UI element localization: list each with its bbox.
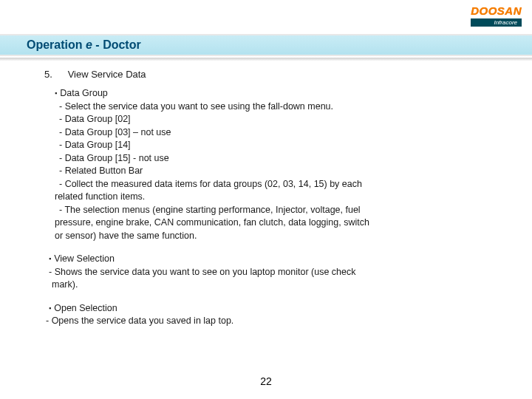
line: - Opens the service data you saved in la…: [46, 315, 502, 328]
logo-sub-text: Infracore: [471, 18, 522, 27]
line: - Related Button Bar: [55, 165, 502, 178]
title-em: e: [86, 38, 92, 51]
line: - The selection menus (engine starting p…: [55, 204, 502, 217]
line: - Data Group [03] – not use: [55, 126, 502, 140]
line: - Collect the measured data items for da…: [55, 178, 502, 191]
line: - Data Group [02]: [55, 113, 502, 126]
line: mark).: [52, 279, 502, 292]
header-divider: [0, 58, 532, 61]
bullet-data-group: ▪Data Group: [55, 87, 502, 100]
bullet-open-selection: ▪Open Selection: [49, 302, 502, 316]
spacer: [55, 242, 502, 253]
page-number: 22: [0, 375, 532, 387]
line: - Data Group [14]: [55, 139, 502, 152]
square-bullet-icon: ▪: [49, 304, 51, 312]
square-bullet-icon: ▪: [55, 89, 57, 97]
brand-logo: DOOSAN Infracore: [471, 4, 522, 27]
section-heading: 5. View Service Data: [44, 68, 502, 81]
title-bar: Operation e - Doctor: [0, 34, 532, 56]
spacer: [55, 292, 502, 302]
title-post: - Doctor: [92, 38, 141, 51]
line: - Shows the service data you want to see…: [49, 266, 502, 279]
line: related function items.: [55, 191, 502, 204]
section-number: 5.: [44, 68, 65, 81]
square-bullet-icon: ▪: [49, 255, 51, 262]
line: or sensor) have the same function.: [55, 230, 502, 243]
bullet-view-selection: ▪View Selection: [49, 253, 502, 266]
line: - Select the service data you want to se…: [55, 100, 502, 114]
section-title: View Service Data: [68, 69, 146, 80]
bullet-head: Open Selection: [54, 303, 117, 313]
bullet-head: Data Group: [60, 88, 108, 98]
line: pressure, engine brake, CAN communicatio…: [55, 216, 502, 230]
logo-main-text: DOOSAN: [471, 4, 522, 17]
body-block: ▪Data Group - Select the service data yo…: [44, 87, 502, 328]
page-title: Operation e - Doctor: [27, 38, 141, 52]
bullet-head: View Selection: [54, 253, 115, 264]
title-pre: Operation: [27, 38, 86, 51]
content-area: 5. View Service Data ▪Data Group - Selec…: [44, 68, 502, 328]
line: - Data Group [15] - not use: [55, 152, 502, 166]
